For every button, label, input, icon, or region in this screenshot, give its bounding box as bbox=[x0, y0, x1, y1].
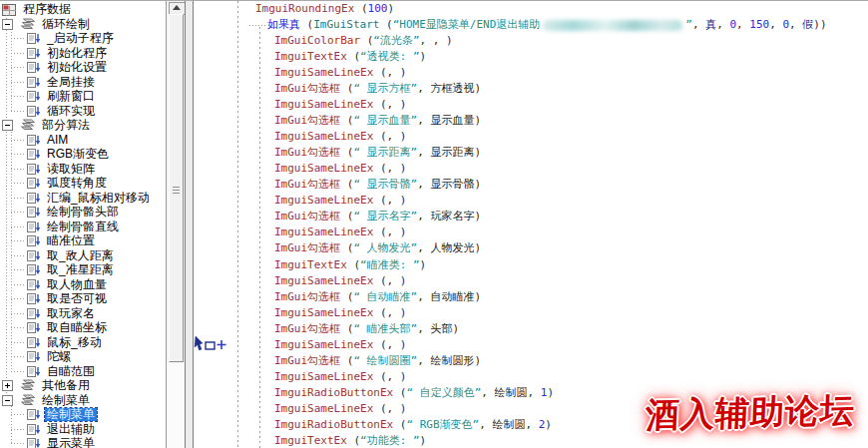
subroutine-icon bbox=[27, 365, 41, 378]
code-line[interactable]: ImGui勾选框 (“ 显示血量”, 显示血量) bbox=[194, 113, 868, 129]
code-line[interactable]: ImguiTextEx (“功能类: ”) bbox=[194, 433, 868, 448]
code-token: “ RGB渐变色” bbox=[406, 418, 479, 431]
code-token: ImGui勾选框 bbox=[274, 322, 340, 335]
code-token: 绘制圆 bbox=[492, 418, 525, 431]
watermark-text: 酒入辅助论坛 bbox=[636, 387, 865, 437]
tree-scrollbar[interactable] bbox=[166, 1, 185, 448]
code-token: ) bbox=[475, 354, 482, 367]
tree-item[interactable]: 绘制菜单 bbox=[0, 407, 97, 422]
tree-item[interactable]: 初始化设置 bbox=[0, 60, 109, 75]
code-line[interactable]: ImGui勾选框 (“ 自动瞄准”, 自动瞄准) bbox=[194, 289, 868, 305]
code-line[interactable]: ImguiSameLineEx (, ) bbox=[194, 161, 868, 177]
tree-item[interactable]: 取自瞄坐标 bbox=[0, 320, 109, 335]
code-line[interactable]: ImGui勾选框 (“ 显示名字”, 玩家名字) bbox=[194, 209, 868, 224]
collapse-icon[interactable] bbox=[2, 395, 13, 406]
tree-item[interactable]: 刷新窗口 bbox=[0, 89, 97, 104]
tree-category[interactable]: 其他备用 bbox=[0, 378, 92, 393]
tree-item[interactable]: 汇编_鼠标相对移动 bbox=[0, 191, 152, 206]
code-token: ImguiSameLineEx bbox=[274, 402, 373, 415]
tree-item[interactable]: 取是否可视 bbox=[0, 291, 109, 306]
code-token: ImGui勾选框 bbox=[274, 178, 340, 191]
subroutine-icon bbox=[27, 263, 41, 276]
code-line[interactable]: ImguiSameLineEx (, ) bbox=[194, 273, 868, 289]
tree-item[interactable]: 取_准星距离 bbox=[0, 262, 116, 277]
code-line[interactable]: ImguiSameLineEx (, ) bbox=[194, 337, 868, 353]
tree-item[interactable]: _启动子程序 bbox=[0, 31, 116, 46]
code-line[interactable]: ImguiTextEx (“透视类: ”) bbox=[194, 49, 868, 65]
code-line[interactable]: ImguiSameLineEx (, ) bbox=[194, 305, 868, 321]
subroutine-icon bbox=[27, 292, 41, 305]
code-line[interactable]: ImGui勾选框 (“ 显示骨骼”, 显示骨骼) bbox=[194, 177, 868, 193]
tree-item[interactable]: 取人物血量 bbox=[0, 277, 109, 292]
code-token: ) bbox=[420, 50, 427, 63]
code-token: “ 显示血量” bbox=[353, 114, 417, 127]
code-line[interactable]: ImGuiColorBar (“流光条”, , ) bbox=[194, 33, 868, 49]
tree-category[interactable]: 循环绘制 bbox=[0, 17, 92, 32]
code-line[interactable]: ImguiSameLineEx (, ) bbox=[194, 193, 868, 209]
code-token: (, ) bbox=[373, 338, 406, 351]
code-token: ( bbox=[354, 2, 367, 15]
tree-item[interactable]: 循环实现 bbox=[0, 104, 97, 119]
tree-connector bbox=[11, 26, 12, 111]
expand-icon[interactable] bbox=[2, 380, 13, 391]
code-token: ( bbox=[340, 290, 353, 303]
tree-item[interactable]: 鼠标_移动 bbox=[0, 335, 104, 350]
panel-splitter[interactable] bbox=[185, 1, 194, 448]
code-line[interactable]: ImguiSameLineEx (, ) bbox=[194, 369, 868, 385]
code-token: “功能类: ” bbox=[360, 434, 420, 447]
code-line[interactable]: 如果真 (ImGuiStart (“HOME显隐菜单/END退出辅助”, 真, … bbox=[194, 17, 868, 33]
subroutine-icon bbox=[27, 206, 41, 219]
tree-item[interactable]: 绘制骨骼直线 bbox=[0, 220, 121, 234]
code-token: , bbox=[769, 18, 782, 31]
tree-item[interactable]: 瞄准位置 bbox=[0, 233, 97, 248]
tree-item[interactable]: RGB渐变色 bbox=[0, 147, 111, 162]
code-line[interactable]: ImGui勾选框 (“ 人物发光”, 人物发光) bbox=[194, 240, 868, 256]
code-token: ImGui勾选框 bbox=[274, 290, 340, 303]
code-token: ImGui勾选框 bbox=[274, 82, 340, 95]
code-line[interactable]: ImGui勾选框 (“ 显示方框”, 方框透视) bbox=[194, 81, 868, 97]
tree-category[interactable]: 绘制菜单 bbox=[0, 393, 92, 408]
code-line[interactable]: ImGui勾选框 (“ 瞄准头部”, 头部) bbox=[194, 321, 868, 337]
tree-item[interactable]: 全局挂接 bbox=[0, 75, 97, 90]
scrollbar-track[interactable] bbox=[167, 363, 185, 448]
collapse-icon[interactable] bbox=[2, 120, 13, 131]
tree-item[interactable]: 绘制骨骼头部 bbox=[0, 205, 121, 220]
code-token: ) bbox=[547, 386, 554, 399]
code-line[interactable]: ImGui勾选框 (“ 显示距离”, 显示距离) bbox=[194, 145, 868, 161]
tree-item[interactable]: 取玩家名 bbox=[0, 306, 97, 321]
scrollbar-thumb[interactable] bbox=[169, 14, 184, 362]
tree-item-label: 取是否可视 bbox=[45, 292, 109, 305]
tree-item[interactable]: 退出辅助 bbox=[0, 422, 97, 437]
code-token: ) bbox=[475, 114, 482, 127]
tree-item[interactable]: 初始化程序 bbox=[0, 46, 109, 61]
code-token: , bbox=[417, 241, 430, 254]
tree-item[interactable]: 显示菜单 bbox=[0, 436, 97, 448]
code-line[interactable]: ImguiSameLineEx (, ) bbox=[194, 224, 868, 240]
tree-root-program-data[interactable]: 程序数据 bbox=[0, 2, 73, 17]
code-line[interactable]: ImguiSameLineEx (, ) bbox=[194, 129, 868, 145]
tree-item-label: 绘制菜单 bbox=[45, 408, 97, 421]
collapse-icon[interactable] bbox=[2, 19, 13, 30]
code-line[interactable]: ImGui勾选框 (“ 绘制圆圈”, 绘制圆形) bbox=[194, 353, 868, 369]
code-token: ImguiSameLineEx bbox=[274, 225, 373, 238]
tree-panel: 程序数据循环绘制_启动子程序初始化程序初始化设置全局挂接刷新窗口循环实现部分算法… bbox=[0, 1, 166, 448]
code-token: ( bbox=[340, 178, 353, 191]
code-token: ( bbox=[340, 322, 353, 335]
code-line[interactable]: ImguiTextEx (“瞄准类: ”) bbox=[194, 257, 868, 273]
tree-item[interactable]: 自瞄范围 bbox=[0, 364, 97, 379]
code-token: ( bbox=[340, 354, 353, 367]
tree-item-label: 取_敌人距离 bbox=[45, 249, 116, 262]
code-token: ) bbox=[453, 322, 460, 335]
code-line[interactable]: ImguiSameLineEx (, ) bbox=[194, 97, 868, 113]
tree-item-label: 全局挂接 bbox=[45, 76, 97, 89]
code-line[interactable]: ImguiRoundingEx (100) bbox=[194, 1, 868, 17]
code-token: , bbox=[525, 418, 538, 431]
tree-item[interactable]: 读取矩阵 bbox=[0, 162, 97, 177]
subroutine-icon bbox=[27, 221, 41, 233]
code-line[interactable]: ImguiSameLineEx (, ) bbox=[194, 65, 868, 81]
tree-item[interactable]: 弧度转角度 bbox=[0, 176, 109, 191]
tree-item[interactable]: 取_敌人距离 bbox=[0, 248, 116, 263]
code-token: ( bbox=[340, 114, 353, 127]
code-token: 150 bbox=[749, 18, 769, 31]
tree-category[interactable]: 部分算法 bbox=[0, 118, 92, 133]
